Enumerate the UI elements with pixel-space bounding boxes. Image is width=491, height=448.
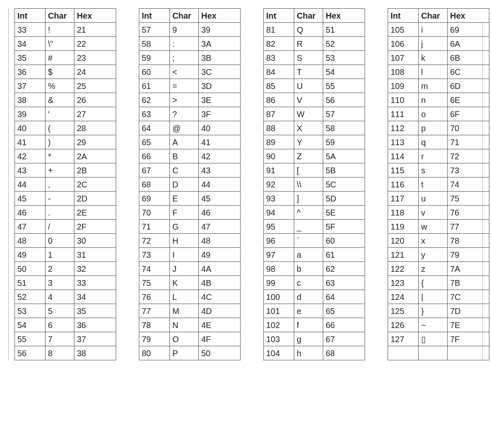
cell-char: G	[170, 220, 199, 234]
cell-char: )	[45, 135, 74, 149]
cell-char: i	[419, 23, 448, 37]
cell-hex: 6D	[448, 79, 489, 93]
cell-int: 94	[264, 206, 294, 220]
col-int-header: Int	[15, 9, 45, 23]
cell-hex: 31	[74, 248, 116, 262]
cell-char: 2	[45, 262, 74, 276]
cell-char: F	[170, 206, 199, 220]
cell-int: 40	[15, 121, 45, 135]
col-int-header: Int	[388, 9, 419, 23]
cell-char: T	[294, 65, 323, 79]
cell-hex: 7D	[448, 304, 489, 318]
cell-int: 34	[15, 37, 45, 51]
col-hex-header: Hex	[199, 9, 241, 23]
cell-hex: 4D	[199, 304, 241, 318]
cell-char: v	[419, 206, 448, 220]
cell-hex: 63	[323, 276, 365, 290]
table-row: 125}7D	[388, 304, 489, 318]
cell-hex: 58	[323, 121, 365, 135]
col-int-header: Int	[264, 9, 294, 23]
cell-hex: 3C	[199, 65, 241, 79]
table-header-row: Int Char Hex	[15, 9, 116, 23]
ascii-table-3: Int Char Hex 81Q5182R5283S5384T5485U5586…	[263, 8, 365, 360]
cell-int: 107	[388, 51, 419, 65]
cell-char: u	[419, 192, 448, 206]
cell-int: 116	[388, 177, 419, 192]
cell-int: 75	[139, 276, 170, 290]
cell-int: 84	[264, 65, 294, 79]
cell-char: >	[170, 93, 199, 107]
cell-hex: 38	[74, 346, 116, 360]
cell-int: 124	[388, 290, 419, 304]
cell-hex: 6C	[448, 65, 489, 79]
cell-char: U	[294, 79, 323, 93]
cell-int: 90	[264, 149, 294, 163]
table-row: 90Z5A	[264, 149, 365, 163]
cell-int: 99	[264, 276, 294, 290]
cell-char: :	[170, 37, 199, 51]
cell-hex: 6A	[448, 37, 489, 51]
cell-int: 57	[139, 23, 170, 37]
cell-char: 1	[45, 248, 74, 262]
cell-char: A	[170, 135, 199, 149]
cell-hex: 5D	[323, 192, 365, 206]
col-char-header: Char	[45, 9, 74, 23]
table-row: 39'27	[15, 107, 116, 121]
cell-hex: 50	[199, 346, 241, 360]
cell-hex: 24	[74, 65, 116, 79]
cell-hex: 2C	[74, 177, 116, 192]
cell-char: /	[45, 220, 74, 234]
col-hex-header: Hex	[74, 9, 116, 23]
cell-char: ▯	[419, 332, 448, 346]
table-row: 94^5E	[264, 206, 365, 220]
cell-char: $	[45, 65, 74, 79]
cell-hex: 7C	[448, 290, 489, 304]
cell-int: 126	[388, 318, 419, 332]
table-row: 102f66	[264, 318, 365, 332]
cell-int: 97	[264, 248, 294, 262]
cell-hex: 60	[323, 234, 365, 248]
cell-char: B	[170, 149, 199, 163]
cell-hex: 32	[74, 262, 116, 276]
cell-char: [	[294, 163, 323, 177]
cell-int: 83	[264, 51, 294, 65]
cell-hex: 4F	[199, 332, 241, 346]
table-row: 104h68	[264, 346, 365, 360]
table-row: 52434	[15, 290, 116, 304]
table-row: 76L4C	[139, 290, 241, 304]
cell-char: <	[170, 65, 199, 79]
cell-int: 46	[15, 206, 45, 220]
cell-int: 65	[139, 135, 170, 149]
cell-char: g	[294, 332, 323, 346]
cell-char: ~	[419, 318, 448, 332]
table-body: 81Q5182R5283S5384T5485U5586V5687W5788X58…	[264, 23, 365, 360]
cell-char: M	[170, 304, 199, 318]
cell-int: 93	[264, 192, 294, 206]
ascii-table-1: Int Char Hex 33!2134\"2235#2336$2437%253…	[14, 8, 116, 360]
cell-char: @	[170, 121, 199, 135]
cell-hex: 69	[448, 23, 489, 37]
cell-hex: 2F	[74, 220, 116, 234]
table-row: 63?3F	[139, 107, 241, 121]
cell-hex: 77	[448, 220, 489, 234]
cell-char: \"	[45, 37, 74, 51]
cell-int: 106	[388, 37, 419, 51]
cell-hex: 23	[74, 51, 116, 65]
col-hex-header: Hex	[323, 9, 365, 23]
cell-hex: 5B	[323, 163, 365, 177]
table-row: 54636	[15, 318, 116, 332]
cell-int: 79	[139, 332, 170, 346]
cell-int: 42	[15, 149, 45, 163]
ascii-table-4: Int Char Hex 105i69106j6A107k6B108l6C109…	[388, 8, 489, 360]
table-row: 44,2C	[15, 177, 116, 192]
cell-hex: 55	[323, 79, 365, 93]
cell-int: 125	[388, 304, 419, 318]
cell-hex: 7E	[448, 318, 489, 332]
cell-hex: 5C	[323, 177, 365, 192]
cell-char: p	[419, 121, 448, 135]
cell-int: 77	[139, 304, 170, 318]
cell-int: 67	[139, 163, 170, 177]
table-body: 105i69106j6A107k6B108l6C109m6D110n6E111o…	[388, 23, 489, 360]
cell-int: 96	[264, 234, 294, 248]
cell-hex: 76	[448, 206, 489, 220]
